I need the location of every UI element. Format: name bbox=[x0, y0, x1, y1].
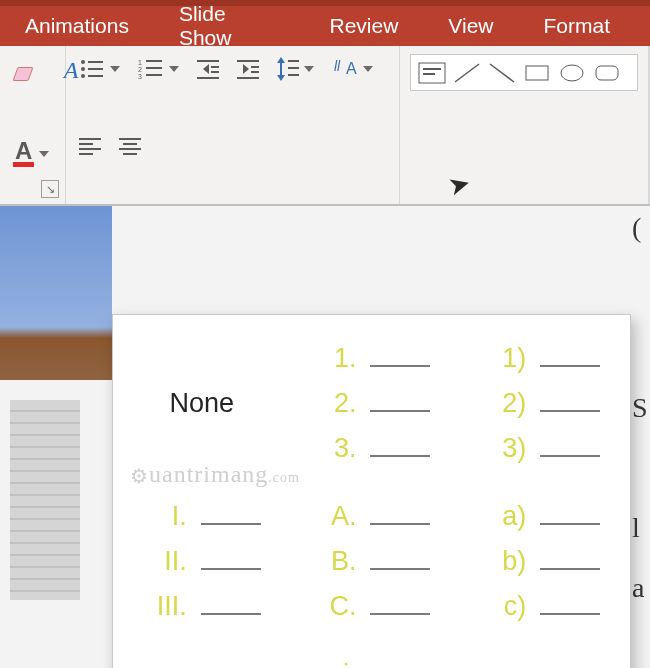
svg-rect-36 bbox=[119, 148, 141, 150]
numbering-dropdown-panel: None 1. 2. 3. 1) 2) 3) I. II. III. bbox=[112, 314, 631, 668]
svg-marker-17 bbox=[243, 64, 249, 74]
font-color-button[interactable]: A bbox=[10, 138, 52, 169]
svg-rect-14 bbox=[211, 66, 219, 68]
shape-rounded-rect[interactable] bbox=[590, 59, 623, 86]
numbering-option-decimal-dot[interactable]: 1. 2. 3. bbox=[293, 333, 451, 473]
svg-text:ll: ll bbox=[334, 58, 341, 74]
svg-rect-32 bbox=[79, 148, 101, 150]
decrease-indent-icon bbox=[197, 58, 219, 80]
svg-rect-7 bbox=[146, 60, 162, 62]
shape-line-diag2[interactable] bbox=[485, 59, 518, 86]
chevron-down-icon bbox=[169, 66, 179, 72]
none-label: None bbox=[170, 388, 235, 419]
numbering-option-upper-roman[interactable]: I. II. III. bbox=[123, 491, 281, 631]
svg-text:1: 1 bbox=[138, 59, 142, 66]
svg-rect-18 bbox=[237, 60, 259, 62]
chevron-down-icon bbox=[39, 151, 49, 157]
chevron-down-icon bbox=[110, 66, 120, 72]
tab-animations[interactable]: Animations bbox=[0, 6, 154, 46]
svg-marker-22 bbox=[277, 57, 285, 63]
svg-rect-20 bbox=[251, 71, 259, 73]
svg-rect-11 bbox=[146, 74, 162, 76]
increase-indent-button[interactable] bbox=[234, 56, 262, 82]
svg-rect-37 bbox=[123, 153, 137, 155]
svg-rect-13 bbox=[197, 60, 219, 62]
svg-line-42 bbox=[490, 64, 514, 82]
svg-rect-1 bbox=[88, 61, 103, 63]
numbering-option-none[interactable]: None bbox=[123, 333, 281, 473]
shapes-gallery[interactable] bbox=[410, 54, 638, 91]
shape-textbox[interactable] bbox=[415, 59, 448, 86]
tab-review[interactable]: Review bbox=[304, 6, 423, 46]
svg-rect-27 bbox=[288, 74, 299, 76]
text-effects-icon: A bbox=[57, 56, 85, 84]
tab-format[interactable]: Format bbox=[518, 6, 650, 46]
svg-text:3: 3 bbox=[138, 73, 142, 80]
ribbon-tab-row: Animations Slide Show Review View Format bbox=[0, 0, 650, 46]
numbering-button[interactable]: 1 2 3 bbox=[135, 56, 182, 82]
tab-view[interactable]: View bbox=[423, 6, 518, 46]
numbering-option-decimal-paren[interactable]: 1) 2) 3) bbox=[462, 333, 620, 473]
line-spacing-button[interactable] bbox=[274, 55, 317, 83]
svg-rect-19 bbox=[251, 66, 259, 68]
svg-rect-45 bbox=[596, 66, 618, 80]
eraser-icon bbox=[13, 59, 39, 81]
svg-rect-39 bbox=[423, 68, 441, 70]
svg-text:2: 2 bbox=[138, 66, 142, 73]
chevron-down-icon bbox=[304, 66, 314, 72]
numbering-option-lower-alpha-dot[interactable]: a. b. c. bbox=[123, 649, 281, 668]
numbering-option-upper-alpha[interactable]: A. B. C. bbox=[293, 491, 451, 631]
svg-marker-12 bbox=[203, 64, 209, 74]
font-dialog-launcher[interactable]: ↘ bbox=[41, 180, 59, 198]
svg-point-44 bbox=[561, 65, 583, 81]
numbering-option-blank bbox=[462, 649, 620, 668]
decrease-indent-button[interactable] bbox=[194, 56, 222, 82]
svg-rect-16 bbox=[197, 77, 219, 79]
text-effects-button[interactable]: A bbox=[54, 54, 88, 86]
text-direction-button[interactable]: ll A bbox=[329, 54, 376, 84]
svg-rect-30 bbox=[79, 138, 101, 140]
svg-rect-23 bbox=[280, 63, 282, 75]
svg-rect-31 bbox=[79, 143, 93, 145]
svg-rect-26 bbox=[288, 67, 299, 69]
svg-rect-40 bbox=[423, 73, 435, 75]
svg-rect-9 bbox=[146, 67, 162, 69]
svg-line-41 bbox=[455, 64, 479, 82]
svg-rect-43 bbox=[526, 66, 548, 80]
line-spacing-icon bbox=[277, 57, 299, 81]
ribbon-toolbar: A A ↘ 1 2 bbox=[0, 46, 650, 206]
increase-indent-icon bbox=[237, 58, 259, 80]
font-color-icon: A bbox=[13, 140, 34, 167]
svg-rect-25 bbox=[288, 60, 299, 62]
tab-slide-show[interactable]: Slide Show bbox=[154, 6, 305, 46]
clear-formatting-button[interactable] bbox=[10, 57, 42, 83]
svg-rect-21 bbox=[237, 77, 259, 79]
numbering-option-lower-alpha-paren[interactable]: a) b) c) bbox=[462, 491, 620, 631]
chevron-down-icon bbox=[363, 66, 373, 72]
svg-rect-33 bbox=[79, 153, 93, 155]
svg-rect-5 bbox=[88, 75, 103, 77]
numbering-option-lower-roman[interactable]: i. ii. iii. bbox=[293, 649, 451, 668]
shape-rectangle[interactable] bbox=[520, 59, 553, 86]
shape-line-diag1[interactable] bbox=[450, 59, 483, 86]
shape-oval[interactable] bbox=[555, 59, 588, 86]
text-direction-icon: ll A bbox=[332, 56, 358, 82]
svg-marker-24 bbox=[277, 75, 285, 81]
svg-rect-3 bbox=[88, 68, 103, 70]
numbered-list-icon: 1 2 3 bbox=[138, 58, 164, 80]
svg-text:A: A bbox=[346, 60, 357, 77]
svg-rect-35 bbox=[123, 143, 137, 145]
svg-rect-34 bbox=[119, 138, 141, 140]
svg-rect-15 bbox=[211, 71, 219, 73]
align-center-button[interactable] bbox=[116, 136, 144, 158]
align-left-button[interactable] bbox=[76, 136, 104, 158]
slide-thumbnail-building bbox=[0, 380, 115, 640]
slide-text-peek: ( S l a e bbox=[632, 198, 650, 658]
